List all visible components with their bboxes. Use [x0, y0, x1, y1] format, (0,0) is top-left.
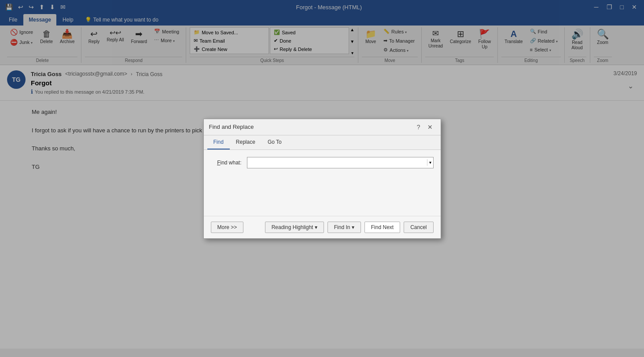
- dialog-tab-replace[interactable]: Replace: [230, 135, 261, 149]
- find-what-label: Find what:: [211, 160, 242, 166]
- dialog-tab-goto[interactable]: Go To: [261, 135, 288, 149]
- dialog-close-button[interactable]: ✕: [425, 123, 435, 131]
- find-what-input[interactable]: [247, 157, 427, 168]
- dialog-footer: More >> Reading Highlight ▾ Find In ▾ Fi…: [204, 216, 441, 238]
- find-dropdown-button[interactable]: ▾: [427, 159, 433, 166]
- cancel-button[interactable]: Cancel: [404, 222, 433, 233]
- find-next-button[interactable]: Find Next: [364, 222, 400, 233]
- dialog-help-button[interactable]: ?: [414, 123, 423, 131]
- more-button[interactable]: More >>: [211, 222, 244, 233]
- reading-highlight-button[interactable]: Reading Highlight ▾: [265, 222, 324, 233]
- find-replace-dialog: Find and Replace ? ✕ Find Replace Go To …: [203, 119, 441, 239]
- find-in-button[interactable]: Find In ▾: [328, 222, 361, 233]
- dialog-controls: ? ✕: [414, 123, 435, 131]
- dialog-body: Find what: ▾: [204, 150, 441, 216]
- dialog-tab-find[interactable]: Find: [207, 135, 230, 149]
- dialog-footer-right: Reading Highlight ▾ Find In ▾ Find Next …: [265, 222, 434, 233]
- dialog-title: Find and Replace: [209, 124, 254, 130]
- find-input-wrap: ▾: [247, 157, 434, 168]
- find-what-row: Find what: ▾: [211, 157, 434, 168]
- dialog-titlebar: Find and Replace ? ✕: [204, 119, 441, 135]
- dialog-tabs: Find Replace Go To: [204, 135, 441, 150]
- dialog-spacer: [211, 174, 434, 209]
- modal-overlay: Find and Replace ? ✕ Find Replace Go To …: [0, 0, 644, 357]
